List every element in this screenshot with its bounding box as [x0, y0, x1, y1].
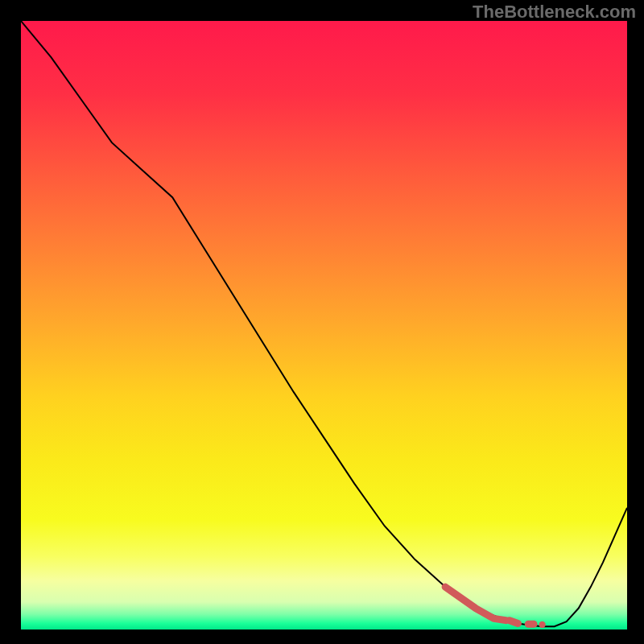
- chart-outer-frame: TheBottleneck.com: [0, 0, 644, 644]
- main-curve: [21, 21, 627, 626]
- watermark-text: TheBottleneck.com: [473, 2, 636, 23]
- plot-lines: [21, 21, 627, 630]
- highlight-segment: [445, 587, 546, 628]
- plot-area: [21, 21, 627, 630]
- svg-point-1: [539, 621, 545, 628]
